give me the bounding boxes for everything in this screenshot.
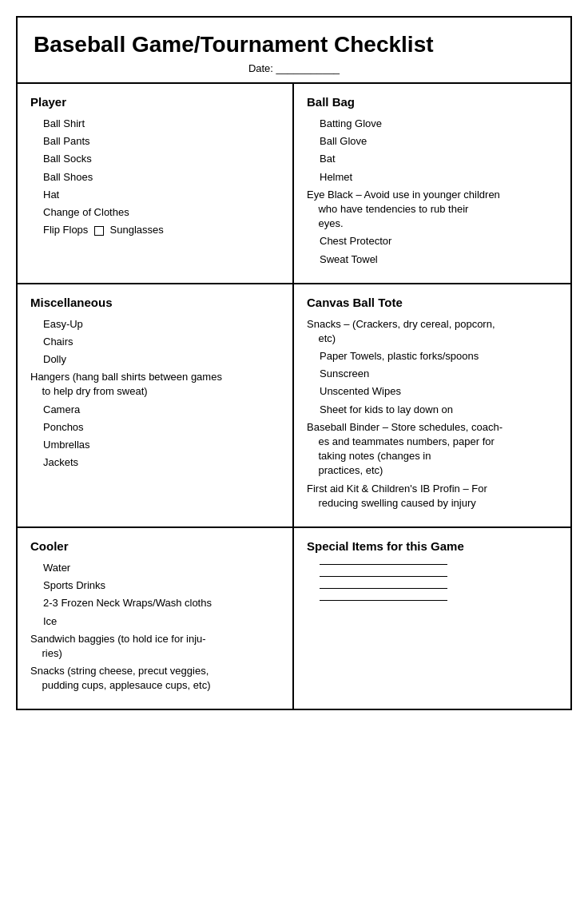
list-item: Batting Glove <box>307 117 558 131</box>
misc-cell: Miscellaneous Easy-Up Chairs Dolly Hange… <box>18 284 294 528</box>
list-item: Sports Drinks <box>30 578 280 593</box>
special-line-3 <box>320 588 447 589</box>
player-title: Player <box>30 95 280 109</box>
list-item: Baseball Binder – Store schedules, coach… <box>307 420 558 479</box>
player-cell: Player Ball Shirt Ball Pants Ball Socks … <box>18 84 294 284</box>
list-item: Umbrellas <box>30 438 280 452</box>
date-line: Date: ___________ <box>34 62 554 74</box>
cooler-cell: Cooler Water Sports Drinks 2-3 Frozen Ne… <box>18 528 294 709</box>
list-item: Chairs <box>30 335 280 349</box>
list-item: First aid Kit & Children's IB Profin – F… <box>307 482 558 511</box>
list-item: Eye Black – Avoid use in younger childre… <box>307 188 558 232</box>
special-items-cell: Special Items for this Game <box>294 528 570 709</box>
list-item: Snacks (string cheese, precut veggies, p… <box>30 664 280 693</box>
list-item: Jackets <box>30 455 280 470</box>
list-item: Ball Shirt <box>30 117 280 131</box>
list-item: Ice <box>30 614 280 629</box>
special-line-2 <box>320 576 447 577</box>
list-item: Flip Flops Sunglasses <box>30 223 280 237</box>
list-item: Ball Shoes <box>30 170 280 185</box>
page-header: Baseball Game/Tournament Checklist Date:… <box>18 18 570 84</box>
list-item: Snacks – (Crackers, dry cereal, popcorn,… <box>307 317 558 346</box>
player-list: Ball Shirt Ball Pants Ball Socks Ball Sh… <box>30 117 280 237</box>
ball-bag-list: Batting Glove Ball Glove Bat Helmet Eye … <box>307 117 558 267</box>
list-item: Sheet for kids to lay down on <box>307 403 558 417</box>
list-item: Camera <box>30 403 280 417</box>
list-item: Helmet <box>307 170 558 185</box>
list-item: Water <box>30 561 280 575</box>
canvas-tote-list: Snacks – (Crackers, dry cereal, popcorn,… <box>307 317 558 511</box>
list-item: Ball Pants <box>30 134 280 149</box>
list-item: Hat <box>30 188 280 202</box>
list-item: Paper Towels, plastic forks/spoons <box>307 349 558 364</box>
checkbox[interactable] <box>94 226 104 236</box>
list-item: Bat <box>307 152 558 166</box>
list-item: Ponchos <box>30 420 280 435</box>
list-item: Dolly <box>30 352 280 367</box>
canvas-tote-cell: Canvas Ball Tote Snacks – (Crackers, dry… <box>294 284 570 528</box>
misc-title: Miscellaneous <box>30 296 280 309</box>
list-item: Unscented Wipes <box>307 384 558 399</box>
cooler-title: Cooler <box>30 539 280 553</box>
ball-bag-title: Ball Bag <box>307 95 558 109</box>
list-item: Sunscreen <box>307 367 558 381</box>
ball-bag-cell: Ball Bag Batting Glove Ball Glove Bat He… <box>294 84 570 284</box>
special-line-4 <box>320 600 447 601</box>
cooler-list: Water Sports Drinks 2-3 Frozen Neck Wrap… <box>30 561 280 693</box>
list-item: Hangers (hang ball shirts between games … <box>30 370 280 399</box>
list-item: Sweat Towel <box>307 252 558 267</box>
list-item: Chest Protector <box>307 234 558 248</box>
page-container: Baseball Game/Tournament Checklist Date:… <box>16 16 572 710</box>
misc-list: Easy-Up Chairs Dolly Hangers (hang ball … <box>30 317 280 471</box>
list-item: Sandwich baggies (to hold ice for inju- … <box>30 632 280 661</box>
special-line-1 <box>320 564 447 565</box>
list-item: Ball Socks <box>30 152 280 166</box>
list-item: 2-3 Frozen Neck Wraps/Wash cloths <box>30 596 280 610</box>
special-items-title: Special Items for this Game <box>307 539 558 553</box>
list-item: Easy-Up <box>30 317 280 332</box>
canvas-tote-title: Canvas Ball Tote <box>307 296 558 309</box>
page-title: Baseball Game/Tournament Checklist <box>34 32 554 58</box>
list-item: Change of Clothes <box>30 205 280 220</box>
list-item: Ball Glove <box>307 134 558 149</box>
checklist-grid: Player Ball Shirt Ball Pants Ball Socks … <box>18 84 570 709</box>
